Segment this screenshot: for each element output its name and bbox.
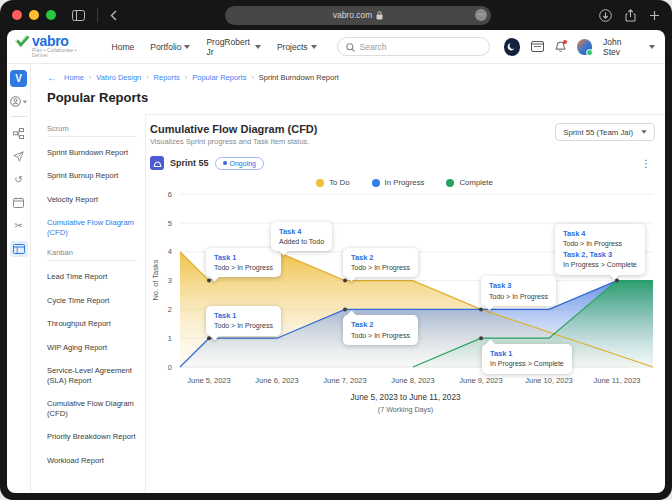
sidebar-item-cumulative-flow-diagram-cfd-[interactable]: Cumulative Flow Diagram (CFD) [47,211,137,244]
sidebar-item-wip-aging-report[interactable]: WIP Aging Report [47,336,137,359]
nav-item-progrobert-jr[interactable]: ProgRobert Jr [206,37,260,57]
calendar-icon[interactable] [11,195,27,209]
nav-item-portfolio[interactable]: Portfolio [150,42,190,52]
legend-item: To Do [316,178,349,187]
nav-label: Portfolio [150,42,181,52]
sidebar-item-workload-report[interactable]: Workload Report [47,449,137,472]
breadcrumb-separator: › [251,74,253,81]
y-tick-label: 5 [168,219,172,228]
x-tick-label: June 5, 2023 [187,376,230,385]
annotation-body: Added to Todo [279,237,324,248]
annotation-title: Task 4 [279,226,324,237]
data-point-marker[interactable] [615,279,619,283]
divider [47,136,137,137]
cfd-chart: 0123456No. of TasksJune 5, 2023June 6, 2… [150,189,661,389]
rail-vabro-logo[interactable]: V [10,70,27,87]
chart-legend: To DoIn ProgressComplete [150,178,659,187]
nav-item-home[interactable]: Home [112,42,135,52]
annotation-body: In Progress > Complete [563,260,637,271]
new-tab-icon[interactable] [649,10,660,21]
x-tick-label: June 8, 2023 [391,376,434,385]
header-actions: John Stev [504,37,655,57]
annotation-title: Task 2 [351,319,410,330]
apps-window-icon[interactable] [531,41,544,52]
annotation-body: Todo > In Progress [489,292,548,303]
sidebar-toggle-icon[interactable] [72,10,85,21]
downloads-icon[interactable] [599,9,612,22]
sidebar-item-lead-time-report[interactable]: Lead Time Report [47,265,137,288]
y-tick-label: 0 [168,363,172,372]
sidebar-item-sprint-burnup-report[interactable]: Sprint Burnup Report [47,164,137,187]
user-menu-caret-icon[interactable] [649,45,655,49]
back-chevron-icon[interactable] [110,10,117,21]
sidebar-item-service-level-agreement-sla-report[interactable]: Service-Level Agreement (SLA) Report [47,359,137,392]
data-point-marker[interactable] [207,279,211,283]
chart-annotation: Task 2Todo > In Progress [343,248,418,278]
sidebar-item-cycle-time-report[interactable]: Cycle Time Report [47,289,137,312]
annotation-body: Todo > In Progress [351,263,410,274]
rail-user-icon[interactable] [10,96,28,107]
nav-label: Projects [277,42,308,52]
breadcrumb-link[interactable]: Vabro Design [96,73,141,82]
sidebar-section-title: Scrum [47,124,137,133]
page-badge-icon[interactable]: ⋯ [475,9,487,21]
page-title: Popular Reports [47,90,665,105]
close-window-button[interactable] [12,10,22,20]
sidebar-item-velocity-report[interactable]: Velocity Report [47,188,137,211]
chart-annotation: Task 2Todo > In Progress [343,315,418,345]
share-icon[interactable] [625,9,636,22]
date-range: June 5, 2023 to June 11, 2023 [150,393,661,402]
sidebar-item-priority-breakdown-report[interactable]: Priority Breakdown Report [47,425,137,448]
logo-wordmark: vabro [32,34,92,48]
dark-mode-moon-icon[interactable] [504,38,521,56]
chart-annotation: Task 4Added to Todo [271,222,332,252]
zoom-window-button[interactable] [46,10,56,20]
scissors-icon[interactable]: ✂ [11,218,27,232]
chart-annotation: Task 1In Progress > Complete [482,344,572,374]
data-point-marker[interactable] [343,279,347,283]
breadcrumb-link[interactable]: Popular Reports [192,73,246,82]
annotation-title: Task 1 [214,252,273,263]
undo-icon[interactable]: ↺ [11,172,27,186]
notifications-bell-icon[interactable] [555,41,566,53]
data-point-marker[interactable] [479,336,483,340]
annotation-body: In Progress > Complete [490,359,564,370]
reports-board-icon[interactable] [10,241,28,257]
send-plane-icon[interactable] [11,149,27,163]
x-tick-label: June 6, 2023 [255,376,298,385]
annotation-title: Task 2, Task 3 [563,249,637,260]
main-nav: HomePortfolioProgRobert JrProjects [112,37,317,57]
minimize-window-button[interactable] [29,10,39,20]
breadcrumb-current: Sprint Burndown Report [259,73,339,82]
url-bar[interactable]: vabro.com ⋯ [225,6,491,25]
logo-check-icon [15,34,30,52]
lock-icon [376,11,383,20]
chrome-divider [97,8,98,22]
back-arrow-icon[interactable]: ← [47,74,57,81]
nav-item-projects[interactable]: Projects [277,42,317,52]
data-point-marker[interactable] [479,307,483,311]
sprint-status-badge: Ongoing [215,157,264,170]
browser-chrome: vabro.com ⋯ [0,0,672,30]
breadcrumb-link[interactable]: Reports [154,73,180,82]
breadcrumb-link[interactable]: Home [64,73,84,82]
vabro-logo[interactable]: vabro Plan • Collaborate • Deliver [15,34,92,58]
sprint-select-dropdown[interactable]: Sprint 55 (Team Jai) [555,123,655,141]
kebab-menu-icon[interactable]: ⋮ [641,158,651,169]
user-avatar[interactable] [577,39,592,55]
sprint-icon [150,156,164,170]
org-chart-icon[interactable] [11,126,27,140]
data-point-marker[interactable] [343,307,347,311]
sidebar-item-sprint-burndown-report[interactable]: Sprint Burndown Report [47,141,137,164]
rail-divider [11,116,27,117]
annotation-title: Task 1 [214,310,273,321]
browser-window: vabro.com ⋯ [0,0,672,500]
legend-label: To Do [329,178,349,187]
divider [47,260,137,261]
sidebar-item-cumulative-flow-diagram-cfd-[interactable]: Cumulative Flow Diagram (CFD) [47,392,137,425]
search-input[interactable]: Search [337,37,490,56]
annotation-title: Task 2 [351,252,410,263]
nav-label: Home [112,42,135,52]
sidebar-item-throughput-report[interactable]: Throughput Report [47,312,137,335]
annotation-body: Todo > In Progress [351,331,410,342]
